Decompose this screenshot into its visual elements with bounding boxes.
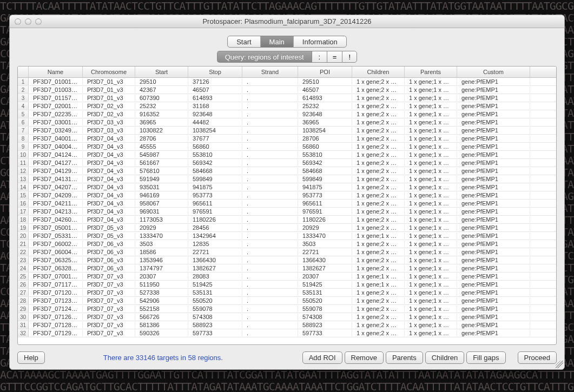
parents-button[interactable]: Parents <box>386 351 423 364</box>
table-row[interactable]: 4PF3D7_0200100Pf3D7_02_v32523231168.2523… <box>18 102 556 110</box>
table-row[interactable]: 18PF3D7_0426000Pf3D7_04_v311730531180226… <box>18 216 556 224</box>
proceed-button[interactable]: Proceed <box>518 351 557 364</box>
query-regions-button[interactable]: Query: regions of interest <box>217 51 312 63</box>
table-row[interactable]: 22PF3D7_0600400Pf3D7_06_v31858622721.227… <box>18 248 556 256</box>
cell-children: 1 x gene;1 x ex... <box>352 281 405 288</box>
cell-chromosome: Pf3D7_03_v3 <box>83 127 135 134</box>
cell-stop: 569342 <box>188 160 242 166</box>
query-not-button[interactable]: ! <box>342 51 357 63</box>
remove-button[interactable]: Remove <box>345 351 384 364</box>
children-button[interactable]: Children <box>425 351 464 364</box>
cell-start: 1353946 <box>135 257 188 263</box>
cell-parents: 1 x gene;1 x mr... <box>405 151 457 158</box>
cell-strand: . <box>242 314 298 320</box>
tab-information[interactable]: Information <box>294 36 346 47</box>
cell-parents: 1 x gene;1 x mr... <box>405 322 457 328</box>
table-row[interactable]: 15PF3D7_0420900Pf3D7_04_v3946169953773.9… <box>18 191 556 200</box>
cell-start: 1374797 <box>135 265 188 271</box>
cell-stop: 28456 <box>188 224 242 231</box>
minimize-icon[interactable] <box>25 18 31 25</box>
fill-gaps-button[interactable]: Fill gaps <box>466 351 505 364</box>
cell-name: PF3D7_0412900 <box>29 168 83 174</box>
cell-children: 1 x gene;2 x ex... <box>352 103 405 109</box>
header-parents[interactable]: Parents <box>405 67 457 77</box>
row-number: 7 <box>18 127 29 134</box>
row-number: 27 <box>18 289 29 296</box>
cell-custom: gene:PfEMP1 <box>457 143 530 150</box>
cell-start: 1030822 <box>135 127 188 134</box>
table-row[interactable]: 5PF3D7_0223500Pf3D7_02_v3916352923648.92… <box>18 110 556 118</box>
cell-custom: gene:PfEMP1 <box>457 78 530 85</box>
resize-handle-icon[interactable] <box>556 361 563 368</box>
table-row[interactable]: 2PF3D7_0100300Pf3D7_01_v34236746507.4650… <box>18 86 556 94</box>
row-number: 21 <box>18 240 29 248</box>
table-row[interactable]: 1PF3D7_0100100Pf3D7_01_v32951037126.2951… <box>18 78 556 86</box>
table-row[interactable]: 28PF3D7_0712300Pf3D7_07_v3542906550520.5… <box>18 297 556 305</box>
close-icon[interactable] <box>15 18 21 25</box>
cell-custom: gene:PfEMP1 <box>457 168 530 174</box>
cell-parents: 1 x gene;1 x mr... <box>405 289 457 296</box>
cell-poi: 25232 <box>298 103 352 109</box>
table-row[interactable]: 7PF3D7_0324900Pf3D7_03_v310308221038254.… <box>18 127 556 135</box>
table-row[interactable]: 11PF3D7_0412700Pf3D7_04_v3561667569342.5… <box>18 159 556 167</box>
tab-bar: Start Main Information <box>17 36 557 48</box>
cell-stop: 37126 <box>188 78 242 85</box>
zoom-icon[interactable] <box>35 18 42 25</box>
table-row[interactable]: 8PF3D7_0400100Pf3D7_04_v32870637677.2870… <box>18 135 556 143</box>
tab-start[interactable]: Start <box>228 36 260 47</box>
cell-custom: gene:PfEMP1 <box>457 265 530 271</box>
query-colon-button[interactable]: : <box>312 51 327 63</box>
header-name[interactable]: Name <box>29 67 83 77</box>
table-row[interactable]: 27PF3D7_0712000Pf3D7_07_v3527338535131.5… <box>18 289 556 297</box>
cell-children: 1 x gene;2 x ex... <box>352 184 405 190</box>
table-row[interactable]: 10PF3D7_0412400Pf3D7_04_v3545987553810.5… <box>18 151 556 159</box>
table-row[interactable]: 9PF3D7_0400400Pf3D7_04_v34555556860.5686… <box>18 143 556 151</box>
add-roi-button[interactable]: Add ROI <box>302 351 342 364</box>
cell-chromosome: Pf3D7_07_v3 <box>83 281 135 288</box>
header-start[interactable]: Start <box>135 67 188 77</box>
table-row[interactable]: 17PF3D7_0421300Pf3D7_04_v3969031976591.9… <box>18 208 556 216</box>
table-row[interactable]: 14PF3D7_0420700Pf3D7_04_v3935031941875.9… <box>18 183 556 191</box>
cell-children: 1 x gene;2 x ex... <box>352 151 405 158</box>
cell-poi: 569342 <box>298 160 352 166</box>
cell-children: 1 x gene;2 x ex... <box>352 78 405 85</box>
titlebar[interactable]: Protospacer: Plasmodium_falciparum_3D7_2… <box>10 15 564 28</box>
table-row[interactable]: 26PF3D7_0711700Pf3D7_07_v3511950519425.5… <box>18 281 556 289</box>
table-body[interactable]: 1PF3D7_0100100Pf3D7_01_v32951037126.2951… <box>18 78 556 344</box>
table-row[interactable]: 29PF3D7_0712400Pf3D7_07_v3552158559078.5… <box>18 305 556 313</box>
help-button[interactable]: Help <box>17 351 45 364</box>
cell-children: 1 x gene;1 x ex... <box>352 232 405 239</box>
header-custom[interactable]: Custom <box>457 67 530 77</box>
header-poi[interactable]: POI <box>298 67 352 77</box>
table-row[interactable]: 32PF3D7_0712900Pf3D7_07_v3590326597733.5… <box>18 329 556 337</box>
table-row[interactable]: 24PF3D7_0632800Pf3D7_06_v313747971382627… <box>18 264 556 273</box>
header-strand[interactable]: Strand <box>242 67 298 77</box>
table-row[interactable]: 19PF3D7_0500100Pf3D7_05_v32092928456.209… <box>18 224 556 232</box>
cell-strand: . <box>242 330 298 336</box>
table-row[interactable]: 25PF3D7_0700100Pf3D7_07_v32030728083.203… <box>18 273 556 281</box>
table-row[interactable]: 21PF3D7_0600200Pf3D7_06_v3350312835.3503… <box>18 240 556 248</box>
cell-poi: 584668 <box>298 168 352 174</box>
table-row[interactable]: 31PF3D7_0712800Pf3D7_07_v3581386588923.5… <box>18 321 556 329</box>
header-children[interactable]: Children <box>352 67 405 77</box>
table-row[interactable]: 13PF3D7_0413100Pf3D7_04_v3591949599849.5… <box>18 175 556 183</box>
table-row[interactable]: 20PF3D7_0533100Pf3D7_05_v313334701342964… <box>18 232 556 240</box>
header-rownum[interactable] <box>18 67 29 77</box>
table-row[interactable]: 12PF3D7_0412900Pf3D7_04_v3576810584668.5… <box>18 167 556 175</box>
cell-poi: 29510 <box>298 78 352 85</box>
cell-start: 935031 <box>135 184 188 190</box>
cell-start: 511950 <box>135 281 188 288</box>
cell-custom: gene:PfEMP1 <box>457 249 530 255</box>
cell-custom: gene:PfEMP1 <box>457 95 530 101</box>
table-row[interactable]: 30PF3D7_0712600Pf3D7_07_v3566726574308.5… <box>18 313 556 321</box>
table-row[interactable]: 3PF3D7_0115700Pf3D7_01_v3607390614893.61… <box>18 94 556 102</box>
table-row[interactable]: 16PF3D7_0421100Pf3D7_04_v3958067965611.9… <box>18 200 556 208</box>
cell-name: PF3D7_0533100 <box>29 232 83 239</box>
query-equals-button[interactable]: = <box>327 51 342 63</box>
header-chromosome[interactable]: Chromosome <box>83 67 135 77</box>
tab-main[interactable]: Main <box>261 36 294 47</box>
cell-stop: 599849 <box>188 176 242 182</box>
table-row[interactable]: 6PF3D7_0300100Pf3D7_03_v33696544482.3696… <box>18 118 556 127</box>
header-stop[interactable]: Stop <box>188 67 242 77</box>
table-row[interactable]: 23PF3D7_0632500Pf3D7_06_v313539461366430… <box>18 256 556 264</box>
